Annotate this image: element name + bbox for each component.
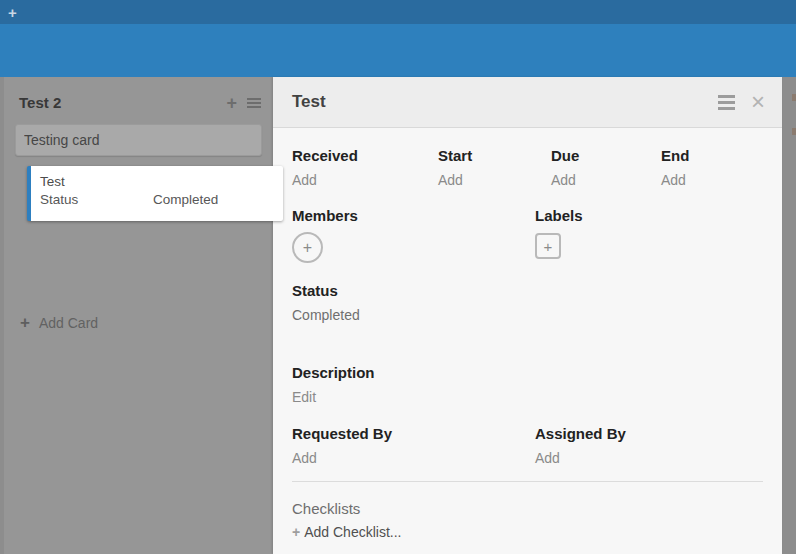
add-checklist-button[interactable]: +Add Checklist... (292, 523, 763, 542)
received-add-link[interactable]: Add (292, 171, 438, 190)
list-test-2: Test 2 + + Add Card (4, 77, 273, 554)
members-labels-row: Members + Labels + (292, 206, 763, 263)
list-header: Test 2 + (4, 77, 273, 121)
status-label: Status (292, 281, 763, 300)
start-add-link[interactable]: Add (438, 171, 551, 190)
status-section: Status Completed (292, 281, 763, 325)
start-label: Start (438, 146, 551, 165)
add-label-button[interactable]: + (535, 233, 561, 259)
plus-icon: + (303, 239, 312, 257)
dimmed-edge-mark (792, 94, 796, 101)
add-board-icon[interactable]: + (8, 5, 17, 20)
plus-icon: + (20, 314, 30, 331)
description-section: Description Edit (292, 363, 763, 407)
due-add-link[interactable]: Add (551, 171, 661, 190)
status-value[interactable]: Completed (292, 306, 763, 325)
add-card-label: Add Card (39, 315, 98, 331)
add-card-button[interactable]: + Add Card (20, 314, 98, 331)
checklists-section: Checklists +Add Checklist... (292, 499, 763, 542)
minicard-field-value: Completed (153, 192, 218, 207)
close-icon[interactable]: × (751, 90, 765, 114)
assigned-by-label: Assigned By (535, 424, 763, 443)
section-divider (292, 481, 763, 482)
card-menu-icon[interactable] (718, 92, 735, 113)
checklists-label: Checklists (292, 499, 763, 518)
received-label: Received (292, 146, 438, 165)
plus-icon: + (292, 524, 300, 540)
end-add-link[interactable]: Add (661, 171, 763, 190)
description-edit-link[interactable]: Edit (292, 388, 763, 407)
labels-section: Labels + (535, 206, 763, 263)
minicard-field-label: Status (40, 191, 153, 209)
list-title[interactable]: Test 2 (19, 94, 226, 111)
dates-row: Received Add Start Add Due Add End Add (292, 146, 763, 190)
end-label: End (661, 146, 763, 165)
date-start: Start Add (438, 146, 551, 190)
card-composer-input[interactable] (15, 124, 262, 156)
date-end: End Add (661, 146, 763, 190)
board-header-banner (0, 24, 796, 77)
members-label: Members (292, 206, 535, 225)
labels-label: Labels (535, 206, 763, 225)
assigned-by-section: Assigned By Add (535, 424, 763, 468)
card-detail-title[interactable]: Test (292, 92, 718, 112)
date-received: Received Add (292, 146, 438, 190)
assigned-by-add-link[interactable]: Add (535, 449, 763, 468)
minicard-title: Test (40, 173, 283, 191)
add-card-top-icon[interactable]: + (226, 96, 237, 110)
requested-by-label: Requested By (292, 424, 535, 443)
description-label: Description (292, 363, 763, 382)
minicard-custom-field: StatusCompleted (40, 191, 283, 209)
minicard-test[interactable]: Test StatusCompleted (27, 166, 283, 221)
card-detail-header: Test × (273, 77, 782, 128)
members-section: Members + (292, 206, 535, 263)
board-canvas: Test 2 + + Add Card Test StatusCompleted… (0, 77, 796, 554)
date-due: Due Add (551, 146, 661, 190)
add-checklist-label: Add Checklist... (304, 524, 401, 540)
requested-by-add-link[interactable]: Add (292, 449, 535, 468)
add-member-button[interactable]: + (292, 232, 323, 263)
list-menu-icon[interactable] (247, 96, 261, 110)
dimmed-edge-mark (792, 128, 796, 135)
card-detail-body: Received Add Start Add Due Add End Add (273, 128, 782, 554)
due-label: Due (551, 146, 661, 165)
requested-assigned-row: Requested By Add Assigned By Add (292, 424, 763, 468)
card-detail-panel: Test × Received Add Start Add Due Add (273, 77, 782, 554)
plus-icon: + (544, 238, 553, 255)
requested-by-section: Requested By Add (292, 424, 535, 468)
app-topbar: + (0, 0, 796, 24)
